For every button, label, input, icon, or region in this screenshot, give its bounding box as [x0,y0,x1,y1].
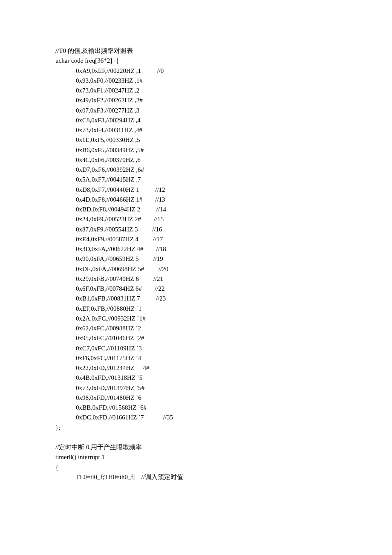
code-line: 0x73,0xF4,//00311HZ ,4# [55,125,337,135]
code-line: 0x95,0xFC,//01046HZ `2# [55,333,337,343]
code-line: 0x5A,0xF7,//00415HZ ,7 [55,175,337,185]
code-line: 0xB1,0xFB,//00831HZ 7 //23 [55,294,337,304]
code-line: 0x4D,0xF8,//00466HZ 1# //13 [55,195,337,205]
code-line: 0x4C,0xF6,//00370HZ ,6 [55,155,337,165]
code-line: }; [55,423,337,433]
code-line: 0x3D,0xFA,//00622HZ 4# //18 [55,244,337,254]
code-line: 0x87,0xF9,//00554HZ 3 //16 [55,225,337,234]
code-line: 0xBB,0xFD,//01568HZ `6# [55,403,337,413]
code-line: 0xD8,0xF7,//00440HZ 1 //12 [55,185,337,195]
code-line: 0x1E,0xF5,//00330HZ ,5 [55,135,337,145]
code-line: 0x07,0xF3,//00277HZ ,3 [55,106,337,116]
code-line: 0xDE,0xFA,//00698HZ 5# //20 [55,264,337,274]
code-line: 0x4B,0xFD,//01318HZ `5 [55,373,337,383]
code-line: 0xA9,0xEF,//00220HZ ,1 //0 [55,66,337,76]
code-line: 0x73,0xF1,//00247HZ ,2 [55,86,337,95]
code-line: uchar code freq[36*2]={ [55,56,337,66]
code-line: 0x6F,0xFB,//00784HZ 6# //22 [55,284,337,294]
code-line: 0xC7,0xFC,//01109HZ `3 [55,344,337,353]
code-line: 0xB6,0xF5,//00349HZ ,5# [55,145,337,155]
blank-line [55,433,337,442]
code-line: 0xDC,0xFD,//01661HZ `7 //35 [55,413,337,422]
code-line: 0xE4,0xF9,//00587HZ 4 //17 [55,234,337,244]
code-line: 0xC8,0xF3,//00294HZ ,4 [55,116,337,125]
code-line: 0x98,0xFD,//01480HZ `6 [55,393,337,403]
code-line: 0x62,0xFC,//00988HZ `2 [55,324,337,333]
code-line: 0x49,0xF2,//00262HZ ,2# [55,95,337,105]
code-line: 0xEF,0xFB,//00880HZ `1 [55,304,337,314]
code-line: 0xBD,0xF8,//00494HZ 2 //14 [55,205,337,214]
code-line: TL0=tl0_f;TH0=th0_f; //调入预定时值 [55,472,337,482]
code-line: { [55,462,337,472]
code-line: 0xF6,0xFC,//01175HZ `4 [55,353,337,363]
code-line: //定时中断 0,用于产生唱歌频率 [55,442,337,452]
code-line: 0x90,0xFA,//00659HZ 5 //19 [55,254,337,264]
code-line: 0x93,0xF0,//00233HZ ,1# [55,76,337,86]
code-line: 0x2A,0xFC,//00932HZ `1# [55,314,337,324]
code-line: 0x29,0xFB,//00740HZ 6 //21 [55,274,337,284]
code-line: 0x24,0xF9,//00523HZ 2# //15 [55,214,337,224]
code-line: //T0 的值,及输出频率对照表 [55,46,337,56]
code-block: //T0 的值,及输出频率对照表uchar code freq[36*2]={0… [55,46,337,482]
code-line: 0xD7,0xF6,//00392HZ ,6# [55,165,337,175]
code-line: timer0() interrupt 1 [55,452,337,462]
code-line: 0x22,0xFD,//01244HZ `4# [55,363,337,373]
document-page: //T0 的值,及输出频率对照表uchar code freq[36*2]={0… [0,0,392,555]
code-line: 0x73,0xFD,//01397HZ `5# [55,383,337,393]
